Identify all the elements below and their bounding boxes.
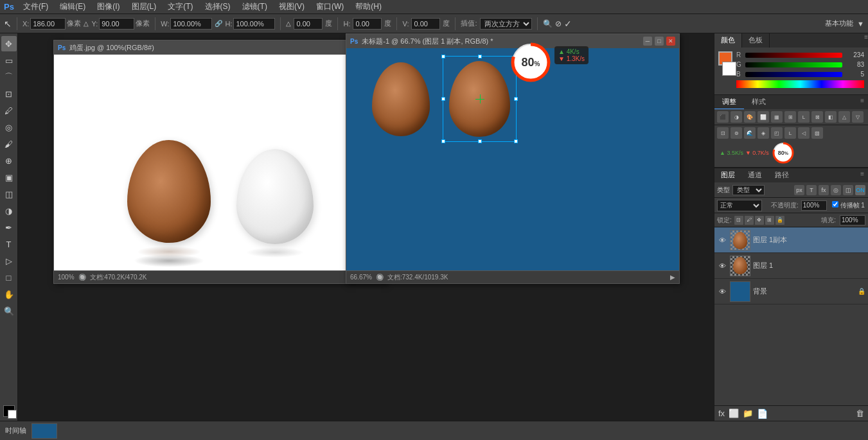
adj-icon-8[interactable]: ⊠: [811, 111, 823, 123]
doc2-minimize[interactable]: ─: [643, 37, 652, 46]
filter-icon-circle[interactable]: ◎: [831, 185, 841, 195]
layer-new-btn[interactable]: 📄: [757, 409, 768, 419]
handle-bc[interactable]: [478, 139, 482, 143]
tool-heal[interactable]: ◎: [1, 119, 17, 135]
handle-tc[interactable]: [478, 55, 482, 58]
menu-filter[interactable]: 滤镜(T): [237, 0, 272, 13]
layer-1-eye[interactable]: 👁: [717, 261, 727, 271]
doc2-close[interactable]: ✕: [666, 37, 675, 46]
lock-icon-all[interactable]: 🔒: [775, 216, 784, 225]
tool-crop[interactable]: ⊡: [1, 86, 17, 101]
adj-icon-11[interactable]: ▽: [852, 111, 864, 123]
filter-type-select[interactable]: 类型 名称: [732, 185, 765, 195]
adj-expand-btn[interactable]: ≡: [856, 95, 868, 109]
layer-item-0[interactable]: 👁 图层 1副本: [714, 227, 868, 253]
tab-adjustments[interactable]: 调整: [714, 95, 744, 109]
tool-lasso[interactable]: ⌒: [1, 69, 17, 85]
tab-styles[interactable]: 样式: [744, 95, 774, 109]
adj-icon-6[interactable]: ⊞: [784, 111, 796, 123]
handle-bl[interactable]: [441, 139, 445, 143]
menu-help[interactable]: 帮助(H): [350, 0, 387, 13]
menu-select[interactable]: 选择(S): [200, 0, 236, 13]
filter-icon-smart[interactable]: ◫: [843, 185, 853, 195]
filter-icon-t[interactable]: T: [806, 185, 817, 195]
tool-eraser[interactable]: ▣: [1, 170, 17, 185]
adj-icon-18[interactable]: ◁: [798, 127, 810, 139]
toolbar-preset-dropdown[interactable]: ▼: [857, 20, 864, 28]
menu-window[interactable]: 窗口(W): [311, 0, 349, 13]
tab-channels[interactable]: 通道: [741, 168, 768, 182]
toolbar-h-input[interactable]: [233, 18, 275, 30]
propagate-checkbox[interactable]: [832, 201, 838, 207]
layer-0-eye[interactable]: 👁: [717, 235, 727, 245]
color-b-slider[interactable]: [745, 72, 842, 77]
adj-icon-7[interactable]: L: [798, 111, 810, 123]
layer-add-style-btn[interactable]: fx: [718, 409, 725, 418]
tool-marquee[interactable]: ▭: [1, 53, 17, 68]
filter-icon-fx[interactable]: fx: [819, 185, 829, 195]
menu-edit[interactable]: 编辑(E): [55, 0, 91, 13]
filter-icon-on[interactable]: ON: [855, 185, 865, 195]
tool-hand[interactable]: ✋: [1, 286, 17, 302]
tab-paths[interactable]: 路径: [768, 168, 795, 182]
panel-expand-btn[interactable]: ≡: [864, 33, 868, 48]
doc2-maximize[interactable]: □: [655, 37, 664, 46]
blend-mode-select[interactable]: 正常 溶解 正片叠底: [717, 200, 762, 211]
adj-icon-3[interactable]: 🎨: [744, 111, 756, 123]
color-spectrum-bar[interactable]: [736, 80, 864, 88]
color-r-slider[interactable]: [745, 53, 842, 58]
adj-icon-13[interactable]: ⊚: [731, 127, 742, 139]
tool-text[interactable]: T: [1, 236, 17, 252]
lock-icon-artboard[interactable]: ⊞: [765, 216, 774, 225]
tool-brush[interactable]: 🖌: [1, 136, 17, 152]
layer-2-eye[interactable]: 👁: [717, 286, 727, 297]
tab-color[interactable]: 颜色: [714, 33, 742, 48]
adj-icon-4[interactable]: ⬜: [757, 111, 769, 123]
layer-group-btn[interactable]: 📁: [743, 409, 753, 418]
menu-text[interactable]: 文字(T): [163, 0, 198, 13]
adj-icon-16[interactable]: ◰: [771, 127, 783, 139]
tool-eyedropper[interactable]: 🖊: [1, 103, 17, 118]
adj-icon-5[interactable]: ▦: [771, 111, 783, 123]
menu-image[interactable]: 图像(I): [92, 0, 125, 13]
adj-icon-17[interactable]: L: [784, 127, 796, 139]
color-g-slider[interactable]: [745, 62, 842, 67]
tool-path-select[interactable]: ▷: [1, 253, 17, 268]
background-color-swatch[interactable]: [722, 62, 736, 76]
filter-icon-px[interactable]: px: [794, 185, 804, 195]
lock-icon-move[interactable]: ✥: [755, 216, 764, 225]
layer-item-2[interactable]: 👁 背景 🔒: [714, 279, 868, 304]
lock-icon-transparent[interactable]: ⊡: [734, 216, 743, 225]
adj-icon-2[interactable]: ◑: [731, 111, 742, 123]
timeline-thumb[interactable]: [31, 423, 57, 439]
lock-icon-paint[interactable]: 🖊: [745, 216, 754, 225]
tool-move[interactable]: ✥: [1, 36, 17, 51]
tab-layers[interactable]: 图层: [714, 168, 741, 182]
tool-gradient[interactable]: ◫: [1, 186, 17, 202]
toolbar-check-icon[interactable]: ✓: [564, 19, 572, 29]
adj-icon-12[interactable]: ⊡: [717, 127, 729, 139]
toolbar-x-input[interactable]: [30, 18, 66, 30]
adj-icon-10[interactable]: △: [838, 111, 850, 123]
adj-icon-19[interactable]: ▧: [811, 127, 823, 139]
handle-mr[interactable]: [514, 97, 518, 101]
tool-zoom[interactable]: 🔍: [1, 303, 17, 319]
tool-dodge[interactable]: ◑: [1, 203, 17, 218]
adj-icon-15[interactable]: ◈: [757, 127, 769, 139]
menu-view[interactable]: 视图(V): [274, 0, 310, 13]
layers-expand-btn[interactable]: ≡: [856, 168, 868, 182]
tool-pen[interactable]: ✒: [1, 220, 17, 235]
adj-icon-1[interactable]: ⬛: [717, 111, 729, 123]
tool-clone[interactable]: ⊕: [1, 153, 17, 168]
tool-shape[interactable]: □: [1, 270, 17, 285]
menu-layer[interactable]: 图层(L): [127, 0, 162, 13]
tab-swatches[interactable]: 色板: [742, 33, 770, 48]
layer-item-1[interactable]: 👁 图层 1: [714, 253, 868, 279]
adj-icon-9[interactable]: ◧: [825, 111, 837, 123]
layer-delete-btn[interactable]: 🗑: [856, 409, 864, 418]
menu-file[interactable]: 文件(F): [18, 0, 53, 13]
toolbar-w-input[interactable]: [170, 18, 212, 30]
handle-br[interactable]: [514, 139, 518, 143]
toolbar-angle-input[interactable]: [294, 18, 323, 30]
toolbar-y-input[interactable]: [99, 18, 134, 30]
